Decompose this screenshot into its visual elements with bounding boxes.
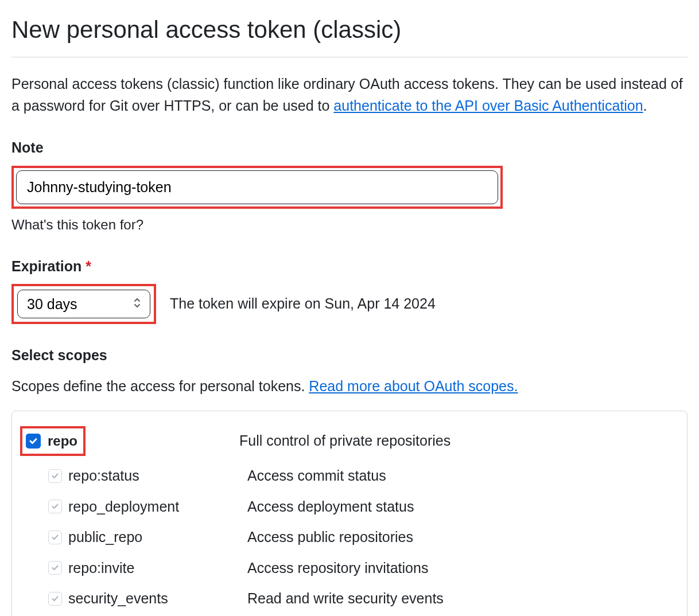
checkbox-security-events[interactable] <box>48 592 62 606</box>
scopes-box: repo Full control of private repositorie… <box>11 411 688 616</box>
page-title: New personal access token (classic) <box>11 11 688 57</box>
scopes-section: Select scopes Scopes define the access f… <box>11 345 688 616</box>
expiration-field-group: Expiration * 30 days The token will expi… <box>11 256 688 325</box>
scope-desc-security-events: Read and write security events <box>247 588 679 610</box>
checkbox-repo-invite[interactable] <box>48 561 62 575</box>
note-field-group: Note What's this token for? <box>11 137 688 235</box>
auth-api-link[interactable]: authenticate to the API over Basic Authe… <box>333 98 643 114</box>
scope-desc-repo-deployment: Access deployment status <box>247 496 679 518</box>
checkbox-repo-deployment[interactable] <box>48 500 62 513</box>
scope-name-public-repo: public_repo <box>68 527 247 548</box>
note-highlight-box <box>11 166 503 209</box>
expiration-highlight-box: 30 days <box>11 284 156 324</box>
scope-row-security-events: security_events Read and write security … <box>20 583 679 614</box>
checkbox-public-repo[interactable] <box>48 531 62 544</box>
scope-desc-repo-status: Access commit status <box>247 465 679 487</box>
scopes-desc-text: Scopes define the access for personal to… <box>11 378 309 394</box>
expiration-label-text: Expiration <box>11 258 81 274</box>
scope-desc-repo: Full control of private repositories <box>239 430 679 452</box>
scopes-description: Scopes define the access for personal to… <box>11 376 688 397</box>
scope-name-repo-status: repo:status <box>68 465 247 487</box>
scope-row-repo: repo Full control of private repositorie… <box>20 422 679 461</box>
scope-name-security-events: security_events <box>68 588 247 610</box>
oauth-scopes-link[interactable]: Read more about OAuth scopes. <box>309 378 518 394</box>
scope-desc-repo-invite: Access repository invitations <box>247 557 679 579</box>
scope-name-repo: repo <box>48 431 77 451</box>
scope-row-repo-status: repo:status Access commit status <box>20 461 679 492</box>
checkbox-repo[interactable] <box>26 434 41 449</box>
scope-name-repo-invite: repo:invite <box>68 557 247 579</box>
expiration-select[interactable]: 30 days <box>17 290 150 318</box>
scope-row-repo-invite: repo:invite Access repository invitation… <box>20 553 679 584</box>
required-asterisk: * <box>86 258 91 274</box>
note-hint: What's this token for? <box>11 215 688 235</box>
checkbox-repo-status[interactable] <box>48 469 62 483</box>
scopes-heading: Select scopes <box>11 345 688 367</box>
note-input[interactable] <box>16 170 498 204</box>
token-description: Personal access tokens (classic) functio… <box>11 73 688 116</box>
repo-highlight-box: repo <box>20 426 86 456</box>
scope-name-repo-deployment: repo_deployment <box>68 496 247 518</box>
scope-row-repo-deployment: repo_deployment Access deployment status <box>20 492 679 523</box>
description-suffix: . <box>643 98 647 114</box>
expiration-info: The token will expire on Sun, Apr 14 202… <box>170 293 436 315</box>
note-label: Note <box>11 137 688 159</box>
expiration-label: Expiration * <box>11 256 688 278</box>
scope-row-public-repo: public_repo Access public repositories <box>20 522 679 553</box>
scope-desc-public-repo: Access public repositories <box>247 527 679 548</box>
